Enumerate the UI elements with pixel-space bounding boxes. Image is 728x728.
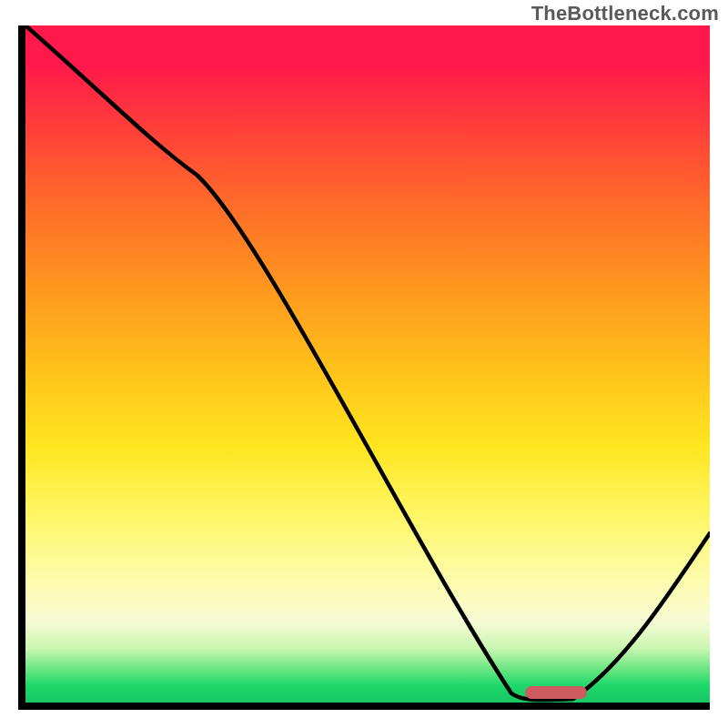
plot-area [18,25,710,710]
optimal-range-marker [525,686,587,699]
curve-path [25,25,710,700]
chart-container: TheBottleneck.com [0,0,728,728]
line-series [25,25,710,703]
watermark-text: TheBottleneck.com [531,2,719,25]
